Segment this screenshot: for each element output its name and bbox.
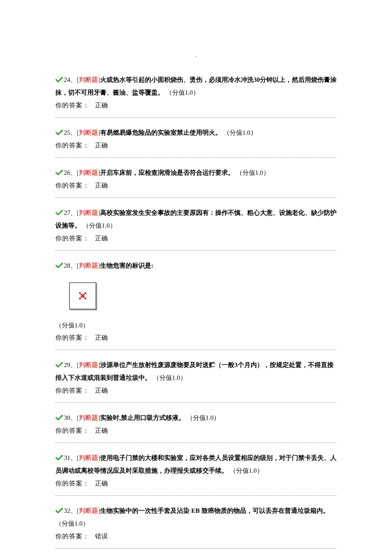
answer-label: 你的答案： [55, 533, 89, 540]
question-score: （分值1.0） [83, 222, 116, 229]
answer-value: 正确 [95, 182, 108, 189]
answer-row: 你的答案： 正确 [55, 233, 337, 244]
question-head: 31、[判断题]使用电子门禁的大楼和实验室，应对各类人员设置相应的级别，对于门禁… [55, 451, 337, 477]
answer-label: 你的答案： [55, 334, 89, 341]
question-score: （分值1.0） [55, 520, 89, 527]
question-type: [判断题] [77, 129, 100, 136]
question-text: 有易燃易爆危险品的实验室禁止使用明火。 [100, 129, 222, 136]
answer-row: 你的答案： 正确 [55, 478, 337, 489]
check-icon [55, 169, 63, 176]
check-icon [55, 454, 63, 461]
question-score: （分值1.0） [187, 414, 220, 421]
question-head: 24、[判断题]火或热水等引起的小面积烧伤、烫伤，必须用冷水冲洗30分钟以上，然… [55, 73, 337, 99]
answer-value: 正确 [95, 480, 108, 487]
answer-label: 你的答案： [55, 182, 89, 189]
answer-row: 你的答案： 正确 [55, 332, 337, 344]
question-item: 31、[判断题]使用电子门禁的大楼和实验室，应对各类人员设置相应的级别，对于门禁… [55, 451, 337, 496]
question-number: 29、 [64, 361, 77, 368]
question-score: （分值1.0） [55, 320, 337, 331]
answer-value: 正确 [95, 334, 108, 341]
question-type: [判断题] [77, 169, 100, 176]
question-head: 32、[判断题]生物实验中的一次性手套及沾染 EB 致癌物质的物品，可以丢弃在普… [55, 504, 337, 530]
question-score: （分值1.0） [223, 129, 257, 136]
question-head: 28、[判断题]生物危害的标识是: [55, 259, 337, 272]
answer-row: 你的答案： 错误 [55, 531, 337, 542]
question-head: 25、[判断题]有易燃易爆危险品的实验室禁止使用明火。 （分值1.0） [55, 126, 337, 139]
answer-value: 正确 [95, 427, 108, 434]
svg-rect-7 [79, 298, 81, 299]
check-icon [55, 76, 63, 83]
question-number: 26、 [64, 169, 77, 176]
check-icon [55, 262, 63, 269]
check-icon [55, 414, 63, 421]
question-item: 32、[判断题]生物实验中的一次性手套及沾染 EB 致癌物质的物品，可以丢弃在普… [55, 504, 337, 549]
question-number: 28、 [64, 262, 77, 269]
question-item: 30、[判断题]实验时,禁止用口吸方式移液。 （分值1.0） 你的答案： 正确 [55, 411, 337, 443]
svg-rect-8 [85, 298, 86, 299]
question-number: 24、 [64, 76, 77, 83]
answer-label: 你的答案： [55, 387, 89, 394]
question-type: [判断题] [77, 507, 100, 514]
svg-rect-5 [81, 296, 82, 298]
question-number: 30、 [64, 414, 77, 421]
answer-row: 你的答案： 正确 [55, 140, 337, 151]
question-head: 29、[判断题]涉源单位产生放射性废源废物要及时送贮（一般3个月内），按规定处置… [55, 358, 337, 384]
answer-row: 你的答案： 正确 [55, 385, 337, 396]
question-number: 31、 [64, 454, 77, 461]
svg-rect-6 [83, 296, 85, 298]
answer-value: 正确 [95, 102, 108, 109]
question-score: （分值1.0） [230, 467, 263, 474]
question-item: 24、[判断题]火或热水等引起的小面积烧伤、烫伤，必须用冷水冲洗30分钟以上，然… [55, 73, 337, 118]
question-type: [判断题] [77, 262, 100, 269]
question-head: 26、[判断题]开启车床前，应检查润滑油是否符合运行要求。 （分值1.0） [55, 166, 337, 179]
answer-row: 你的答案： 正确 [55, 100, 337, 111]
check-icon [55, 507, 63, 514]
answer-label: 你的答案： [55, 142, 89, 149]
svg-rect-1 [85, 292, 86, 294]
svg-rect-0 [79, 292, 81, 294]
answer-row: 你的答案： 正确 [55, 425, 337, 436]
check-icon [55, 209, 63, 216]
check-icon [55, 129, 63, 136]
answer-label: 你的答案： [55, 480, 89, 487]
question-score: （分值1.0） [153, 374, 187, 381]
answer-label: 你的答案： [55, 235, 89, 242]
answer-value: 正确 [95, 235, 108, 242]
question-type: [判断题] [77, 209, 100, 216]
question-text: 生物实验中的一次性手套及沾染 EB 致癌物质的物品，可以丢弃在普通垃圾箱内。 [100, 507, 329, 514]
answer-row: 你的答案： 正确 [55, 180, 337, 191]
question-score: （分值1.0） [236, 169, 270, 176]
question-type: [判断题] [77, 454, 100, 461]
answer-label: 你的答案： [55, 102, 89, 109]
check-icon [55, 361, 63, 368]
question-text: 开启车床前，应检查润滑油是否符合运行要求。 [100, 169, 234, 176]
question-item: 29、[判断题]涉源单位产生放射性废源废物要及时送贮（一般3个月内），按规定处置… [55, 358, 337, 403]
question-type: [判断题] [77, 361, 100, 368]
question-head: 27、[判断题]高校实验室发生安全事故的主要原因有：操作不慎、粗心大意、设施老化… [55, 206, 337, 232]
question-score: （分值1.0） [166, 89, 199, 96]
answer-value: 正确 [95, 142, 108, 149]
broken-image-icon [69, 282, 96, 309]
question-item: 27、[判断题]高校实验室发生安全事故的主要原因有：操作不慎、粗心大意、设施老化… [55, 206, 337, 251]
answer-label: 你的答案： [55, 427, 89, 434]
question-text: 实验时,禁止用口吸方式移液。 [100, 414, 185, 421]
question-type: [判断题] [77, 76, 100, 83]
question-item: 26、[判断题]开启车床前，应检查润滑油是否符合运行要求。 （分值1.0） 你的… [55, 166, 337, 198]
question-head: 30、[判断题]实验时,禁止用口吸方式移液。 （分值1.0） [55, 411, 337, 424]
question-item: 25、[判断题]有易燃易爆危险品的实验室禁止使用明火。 （分值1.0） 你的答案… [55, 126, 337, 158]
question-number: 27、 [64, 209, 77, 216]
question-number: 25、 [64, 129, 77, 136]
question-type: [判断题] [77, 414, 100, 421]
question-text: 生物危害的标识是: [100, 262, 153, 269]
page-header-dot: . [55, 51, 337, 61]
answer-value: 正确 [95, 387, 108, 394]
answer-value: 错误 [95, 533, 108, 540]
question-item: 28、[判断题]生物危害的标识是: （分值1.0） 你的答案： 正确 [55, 259, 337, 350]
question-number: 32、 [64, 507, 77, 514]
